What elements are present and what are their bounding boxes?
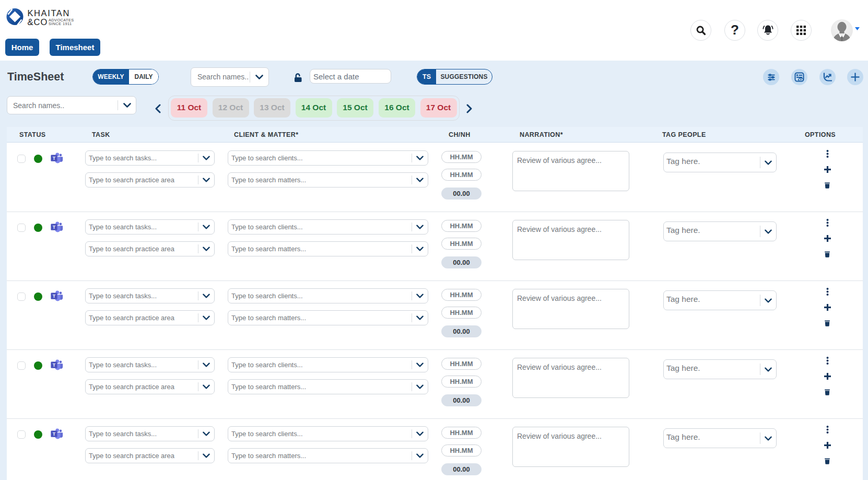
svg-text:T: T xyxy=(53,156,56,161)
svg-text:T: T xyxy=(53,225,56,230)
svg-text:T: T xyxy=(53,362,56,368)
svg-text:SINCE 1911: SINCE 1911 xyxy=(49,21,72,26)
svg-text:T: T xyxy=(53,431,56,437)
svg-text:T: T xyxy=(53,294,56,299)
svg-text:&CO: &CO xyxy=(28,17,48,27)
svg-text:KHAITAN: KHAITAN xyxy=(28,8,71,18)
